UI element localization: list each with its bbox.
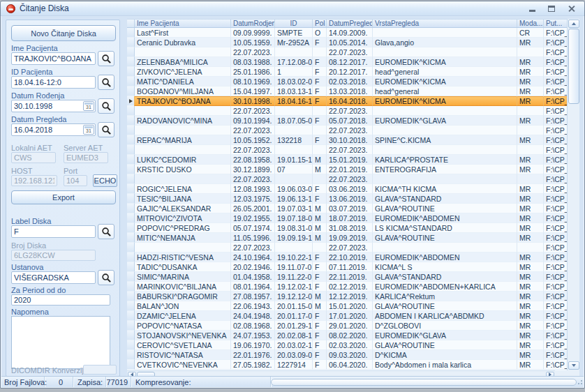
table-row[interactable]: MITIC^NEMANJA11.05.1996.19.09.19-1...M19… bbox=[127, 233, 567, 243]
table-row[interactable]: MATIC^DANIELA08.10.1969.18.03.02-0...F02… bbox=[127, 77, 567, 86]
close-button[interactable] bbox=[566, 4, 576, 13]
table-row[interactable]: TESIC^BILJANA12.03.1975.19.06.13-1...F13… bbox=[127, 194, 567, 204]
cell-moda: MR bbox=[517, 360, 544, 370]
table-row[interactable]: MITROVIC^ZIVOTA19.02.1955.19.07.18-0...M… bbox=[127, 213, 567, 223]
cell-pol: F bbox=[313, 340, 327, 350]
table-row[interactable]: POPOVIC^PREDRAG05.07.1974.19.08.31-0...M… bbox=[127, 223, 567, 233]
table-row[interactable]: 22.07.2023.22.07.2023.F:\CP_ bbox=[127, 145, 567, 155]
cell-dob: 08.01.1964. bbox=[231, 282, 275, 292]
header-modalitet[interactable]: Moda... bbox=[517, 20, 544, 27]
vertical-scroll-thumb[interactable] bbox=[568, 29, 579, 104]
table-row[interactable]: LUKIC^CEDOMIR22.08.1958.19.01.15-1...M15… bbox=[127, 155, 567, 165]
table-row[interactable]: POPOVIC^NATASA02.08.1968.20.01.29-1...F2… bbox=[127, 321, 567, 331]
cell-id: 20.01.29-1... bbox=[275, 321, 313, 331]
table-row[interactable]: 22.07.2023.22.07.2023.F:\CP_ bbox=[127, 174, 567, 184]
header-putanja[interactable]: Put... bbox=[544, 20, 567, 27]
cell-pol: F bbox=[313, 262, 327, 272]
calendar-icon[interactable]: 31 bbox=[83, 125, 94, 135]
table-row[interactable]: GAJIC^ALEKSANDAR26.05.2001.19.07.03-1...… bbox=[127, 204, 567, 213]
search-icon bbox=[101, 77, 112, 88]
records-label: Zapisa: bbox=[73, 377, 106, 387]
cell-moda: MR bbox=[517, 213, 544, 223]
table-row[interactable]: SIMIC^MARINA01.04.1958.19.11.22-0...F22.… bbox=[127, 272, 567, 282]
table-row[interactable]: ZELENBABA^MILICA08.03.1988.17.12.08-0...… bbox=[127, 57, 567, 67]
header-datum-rodjenja[interactable]: DatumRodjenja bbox=[231, 20, 275, 27]
disk-label-search-button[interactable] bbox=[98, 224, 114, 239]
cell-dob: 27.05.1982. bbox=[231, 360, 275, 370]
cell-dob: 24.10.1964. bbox=[231, 252, 275, 262]
birth-date-search-button[interactable] bbox=[98, 98, 114, 114]
table-row[interactable]: STOJANOVSKI^NEVENKA24.07.1953.20.02.08-1… bbox=[127, 331, 567, 340]
cell-moda: MR bbox=[517, 67, 544, 77]
cell-dop: 22.07.2023. bbox=[327, 243, 373, 252]
cell-dop: 22.11.2019. bbox=[327, 272, 373, 282]
vertical-scrollbar[interactable] bbox=[567, 19, 579, 370]
minimize-button[interactable] bbox=[527, 4, 537, 13]
cell-name: POPOVIC^PREDRAG bbox=[135, 223, 231, 233]
cell-put: F:\CP_ bbox=[544, 38, 567, 47]
table-row[interactable]: BALAN^JON22.06.1943.20.01.15-0...M15.01.… bbox=[127, 301, 567, 311]
resize-grip-icon[interactable] bbox=[577, 380, 582, 386]
maximize-button[interactable] bbox=[547, 4, 556, 13]
note-textarea[interactable] bbox=[11, 316, 110, 369]
institution-search-button[interactable] bbox=[98, 270, 114, 285]
table-row[interactable]: 22.07.2023.22.07.2023.F:\CP_ bbox=[127, 126, 567, 135]
header-ime-pacijenta[interactable]: Ime Pacijenta bbox=[135, 20, 231, 27]
table-row[interactable]: REPAC^MARIJA10.05.1952.132218F30.10.2018… bbox=[127, 135, 567, 145]
header-id[interactable]: ID bbox=[275, 20, 313, 27]
table-row[interactable]: DZAMIC^JELENA24.04.1948.20.01.17-0...F17… bbox=[127, 311, 567, 321]
period-input[interactable] bbox=[11, 294, 110, 306]
table-row[interactable]: MARINKOVIC^BILJANA08.01.1964.19.12.02-1.… bbox=[127, 282, 567, 292]
new-disk-read-button[interactable]: Novo Čitanje Diska bbox=[11, 25, 116, 41]
table-row[interactable]: BABURSKI^DRAGOMIR27.08.1957.19.12.12-0..… bbox=[127, 292, 567, 301]
table-row[interactable]: ROGIC^JELENA12.08.1993.19.06.03-0...F03.… bbox=[127, 184, 567, 194]
scroll-up-button[interactable] bbox=[568, 20, 579, 28]
row-indicator bbox=[127, 155, 135, 165]
table-row[interactable]: 22.07.2023.22.07.2023.F:\CP_ bbox=[127, 106, 567, 116]
compression-label: Kompresovanje: bbox=[131, 377, 271, 387]
patient-name-search-button[interactable] bbox=[98, 51, 114, 66]
cell-vrsta: GLAVA^STANDARD bbox=[373, 272, 517, 282]
cell-moda: MR bbox=[517, 301, 544, 311]
exam-date-search-button[interactable] bbox=[98, 122, 114, 137]
cell-vrsta: EUROMEDIK^ABDOMEN+KARLICA bbox=[373, 282, 517, 292]
cell-moda: MR bbox=[517, 331, 544, 340]
table-row[interactable]: BOGDANOV^MILJANA15.04.1997.18.03.13-1...… bbox=[127, 86, 567, 96]
institution-input[interactable] bbox=[11, 271, 96, 284]
cell-id: Mr-2952A bbox=[275, 38, 313, 47]
header-pol[interactable]: Pol bbox=[313, 20, 327, 27]
disk-label-input[interactable] bbox=[11, 225, 96, 238]
table-row[interactable]: KRSTIC DUSKO30.12.1899.07M22.01.2019.ENT… bbox=[127, 165, 567, 174]
patient-id-search-button[interactable] bbox=[98, 75, 114, 90]
table-row[interactable]: 22.07.2023.22.07.2023.F:\CP_ bbox=[127, 47, 567, 57]
scroll-down-button[interactable] bbox=[568, 361, 579, 370]
table-row[interactable]: ZIVKOVIC^JELENA25.01.1986.1F20.12.2017.h… bbox=[127, 67, 567, 77]
echo-button[interactable]: ECHO bbox=[93, 174, 117, 187]
cell-put: F:\CP_ bbox=[544, 106, 567, 116]
table-row[interactable]: Ceranic Dubravka10.05.1959.Mr-2952AF10.0… bbox=[127, 38, 567, 47]
table-row[interactable]: HADZI-RISTIC^VESNA24.10.1964.19.10.22-1.… bbox=[127, 252, 567, 262]
table-row[interactable]: CEROVIC^SVETLANA19.06.1970.20.03.02-1...… bbox=[127, 340, 567, 350]
table-row[interactable]: TRAJKOVIC^BOJANA30.10.1998.18.04.16-1...… bbox=[127, 96, 567, 106]
header-datum-pregleda[interactable]: DatumPregleda bbox=[327, 20, 373, 27]
cell-dop: 22.07.2023. bbox=[327, 106, 373, 116]
table-row[interactable]: 22.07.2023.22.07.2023.F:\CP_ bbox=[127, 243, 567, 252]
patient-id-input[interactable] bbox=[11, 76, 96, 89]
title-bar: Čitanje Diska bbox=[1, 1, 584, 16]
table-row[interactable]: RADOVANOVIC^MINA09.10.1994.18.07.05-0...… bbox=[127, 116, 567, 126]
table-row[interactable]: TADIC^DUSANKA20.02.1946.19.11.07-0...F07… bbox=[127, 262, 567, 272]
calendar-icon[interactable]: 31 bbox=[83, 101, 94, 111]
cell-moda: MR bbox=[517, 292, 544, 301]
cell-dob: 10.05.1952. bbox=[231, 135, 275, 145]
cell-put: F:\CP_ bbox=[544, 331, 567, 340]
table-row[interactable]: Last^First09.09.9999.SMPTEO14.09.2009.CR… bbox=[127, 28, 567, 38]
table-row[interactable]: CVETKOVIC^NEVENKA27.05.1982.1227914F06.0… bbox=[127, 360, 567, 370]
table-row[interactable]: RISTOVIC^NATASA22.01.1976.20.03.09-0...F… bbox=[127, 350, 567, 360]
cell-dob: 05.07.1974. bbox=[231, 223, 275, 233]
export-button[interactable]: Export bbox=[11, 190, 116, 204]
header-vrsta-pregleda[interactable]: VrstaPregleda bbox=[373, 20, 517, 27]
cell-dop: 16.04.2018. bbox=[327, 96, 373, 106]
patient-name-input[interactable] bbox=[11, 52, 96, 65]
row-indicator bbox=[127, 360, 135, 370]
cell-name: SIMIC^MARINA bbox=[135, 272, 231, 282]
